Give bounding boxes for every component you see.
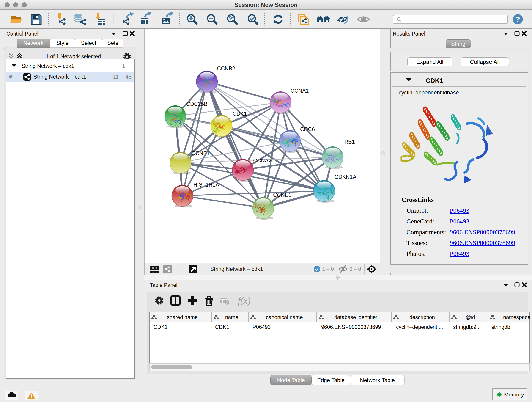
svg-text:database identifier: database identifier: [334, 314, 377, 320]
svg-text:stringdb:9...: stringdb:9...: [453, 324, 481, 330]
svg-text:RB1: RB1: [344, 139, 355, 145]
svg-text:P06493: P06493: [253, 324, 271, 330]
svg-text:CDC6: CDC6: [300, 126, 315, 132]
svg-text:CDK1: CDK1: [153, 324, 167, 330]
svg-text:String Network – cdk1: String Network – cdk1: [33, 74, 86, 80]
svg-text:String Network – cdk1: String Network – cdk1: [210, 266, 263, 272]
svg-text:0 – 0: 0 – 0: [349, 266, 361, 272]
svg-text:f(x): f(x): [238, 295, 251, 306]
svg-text:shared name: shared name: [167, 314, 197, 320]
svg-text:CDC25B: CDC25B: [186, 101, 208, 107]
svg-text:CCNA2: CCNA2: [253, 158, 272, 164]
svg-text:@id: @id: [466, 314, 475, 320]
svg-text:CDK1: CDK1: [426, 77, 443, 84]
svg-text:?: ?: [515, 15, 520, 23]
svg-text:CCNB2: CCNB2: [217, 65, 235, 71]
svg-text:stringdb: stringdb: [491, 324, 510, 330]
svg-text:48: 48: [126, 74, 132, 80]
svg-text:CCNB1: CCNB1: [191, 150, 210, 156]
svg-text:namespace: namespace: [503, 314, 530, 320]
svg-text:1 – 0: 1 – 0: [322, 266, 334, 272]
svg-text:CCNE1: CCNE1: [273, 192, 291, 198]
svg-text:CCNA1: CCNA1: [291, 88, 309, 94]
svg-text:CDKN1A: CDKN1A: [335, 174, 356, 180]
svg-text:HIST1H1A: HIST1H1A: [193, 182, 219, 188]
svg-text:canonical name: canonical name: [266, 314, 303, 320]
svg-text:cyclin–dependent ...: cyclin–dependent ...: [396, 324, 443, 330]
svg-text:name: name: [225, 314, 239, 320]
svg-text:9606.ENSP00000378699: 9606.ENSP00000378699: [321, 324, 381, 330]
svg-text:11: 11: [113, 74, 119, 80]
svg-text:1: 1: [122, 63, 125, 69]
svg-text:CDK1: CDK1: [233, 111, 247, 117]
svg-text:description: description: [409, 314, 435, 320]
svg-text:CDK1: CDK1: [215, 324, 229, 330]
svg-text:String Network – cdk1: String Network – cdk1: [22, 63, 74, 69]
svg-text:1 of 1 Network selected: 1 of 1 Network selected: [46, 53, 101, 59]
